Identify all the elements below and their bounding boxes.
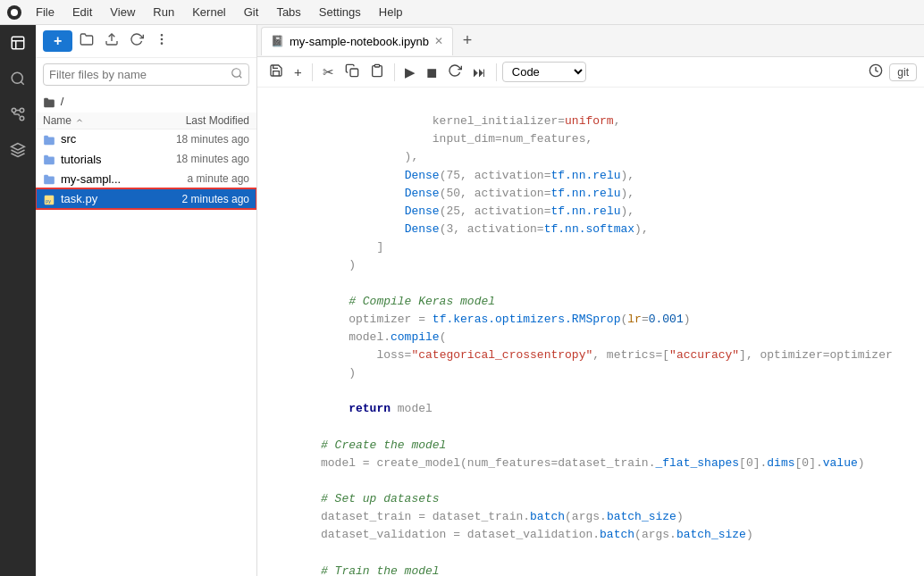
icon-sidebar — [0, 25, 36, 576]
files-icon[interactable] — [7, 32, 29, 54]
paste-button[interactable] — [365, 61, 389, 83]
python-file-icon: py — [43, 191, 55, 205]
menu-run[interactable]: Run — [146, 4, 181, 21]
svg-rect-13 — [374, 64, 379, 67]
list-item[interactable]: my-sampl... a minute ago — [36, 169, 256, 188]
menu-kernel[interactable]: Kernel — [185, 4, 233, 21]
file-list: src 18 minutes ago tutorials 18 minutes … — [36, 129, 256, 576]
svg-text:py: py — [46, 198, 51, 205]
svg-point-8 — [162, 43, 163, 44]
refresh-button[interactable] — [126, 30, 147, 52]
cell-type-select[interactable]: Code Markdown Raw — [502, 62, 586, 82]
menu-edit[interactable]: Edit — [65, 4, 99, 21]
svg-point-9 — [232, 69, 240, 77]
more-button[interactable] — [151, 30, 172, 52]
menu-git[interactable]: Git — [237, 4, 266, 21]
cell-gutter — [257, 88, 311, 576]
folder-icon — [43, 171, 55, 186]
new-button[interactable]: + — [43, 30, 72, 52]
menu-file[interactable]: File — [29, 4, 62, 21]
menu-settings[interactable]: Settings — [312, 4, 368, 21]
code-area: kernel_initializer=uniform, input_dim=nu… — [257, 88, 924, 576]
upload-button[interactable] — [101, 30, 122, 52]
notebook-tab[interactable]: 📓 my-sample-notebook.ipynb ✕ — [261, 27, 453, 55]
notebook-toolbar: + ✂ ▶ ◼ ⏭ Code Markdown Raw — [257, 57, 924, 88]
breadcrumb: / — [36, 91, 256, 113]
menu-bar: File Edit View Run Kernel Git Tabs Setti… — [0, 0, 924, 25]
git-sidebar-icon[interactable] — [7, 104, 29, 125]
open-folder-button[interactable] — [76, 30, 97, 52]
toolbar-separator-2 — [394, 63, 395, 81]
restart-button[interactable] — [443, 61, 466, 83]
svg-point-4 — [20, 108, 24, 113]
file-modified: 18 minutes ago — [151, 153, 249, 165]
file-panel-toolbar: + — [36, 25, 256, 58]
tab-close-button[interactable]: ✕ — [434, 35, 443, 47]
folder-icon-breadcrumb — [43, 95, 61, 108]
svg-point-3 — [12, 108, 16, 113]
app-icon — [7, 5, 21, 20]
cell-content[interactable]: kernel_initializer=uniform, input_dim=nu… — [311, 88, 924, 576]
svg-point-2 — [20, 116, 24, 121]
search-sidebar-icon[interactable] — [7, 68, 29, 89]
column-modified-header: Last Modified — [151, 114, 249, 127]
tab-label: my-sample-notebook.ipynb — [290, 35, 429, 48]
file-table-header: Name Last Modified — [36, 113, 256, 129]
svg-rect-12 — [350, 69, 358, 77]
toolbar-separator-3 — [496, 63, 497, 81]
file-name: src — [61, 132, 151, 146]
svg-point-7 — [162, 35, 163, 36]
fast-forward-button[interactable]: ⏭ — [468, 62, 491, 82]
list-item[interactable]: tutorials 18 minutes ago — [36, 149, 256, 169]
file-modified: a minute ago — [151, 172, 249, 185]
notebook-tab-icon: 📓 — [271, 35, 284, 47]
search-icon — [231, 67, 243, 82]
copy-button[interactable] — [340, 61, 364, 83]
git-button[interactable]: git — [889, 63, 917, 81]
svg-point-1 — [12, 72, 22, 83]
folder-icon — [43, 132, 55, 146]
file-modified: 18 minutes ago — [151, 133, 249, 146]
toolbar-separator — [312, 63, 313, 81]
main-content: 📓 my-sample-notebook.ipynb ✕ + + ✂ ▶ ◼ — [257, 25, 924, 576]
clock-button[interactable] — [864, 61, 887, 83]
menu-help[interactable]: Help — [372, 4, 410, 21]
tab-bar: 📓 my-sample-notebook.ipynb ✕ + — [257, 25, 924, 57]
search-input[interactable] — [49, 68, 231, 81]
list-item[interactable]: src 18 minutes ago — [36, 129, 256, 149]
run-button[interactable]: ▶ — [400, 62, 420, 83]
menu-tabs[interactable]: Tabs — [269, 4, 307, 21]
list-item[interactable]: py task.py 2 minutes ago — [36, 188, 256, 208]
stop-button[interactable]: ◼ — [422, 62, 441, 83]
add-cell-button[interactable]: + — [290, 62, 307, 82]
svg-point-6 — [162, 38, 163, 39]
save-button[interactable] — [265, 61, 288, 83]
menu-view[interactable]: View — [103, 4, 142, 21]
search-bar — [43, 63, 249, 86]
file-name: tutorials — [61, 153, 151, 166]
svg-rect-0 — [12, 37, 24, 49]
folder-icon — [43, 152, 55, 166]
column-name-header[interactable]: Name — [43, 114, 151, 127]
extension-sidebar-icon[interactable] — [7, 139, 29, 161]
new-tab-button[interactable]: + — [455, 29, 480, 54]
code-cell: kernel_initializer=uniform, input_dim=nu… — [257, 88, 924, 576]
breadcrumb-path: / — [61, 95, 64, 108]
file-name: task.py — [61, 192, 151, 205]
file-name: my-sampl... — [61, 172, 151, 186]
file-panel: + / — [36, 25, 257, 576]
cut-button[interactable]: ✂ — [318, 62, 339, 83]
file-modified: 2 minutes ago — [151, 193, 249, 205]
